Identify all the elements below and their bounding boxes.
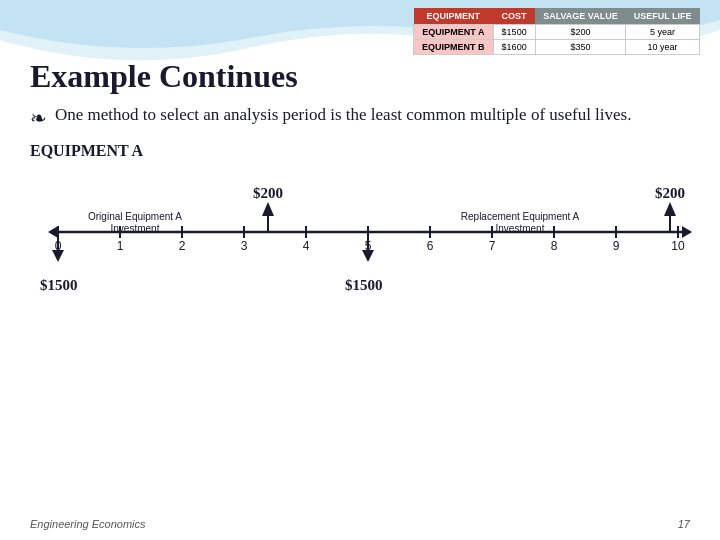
- tick-label-1: 1: [117, 239, 124, 253]
- cell-eq-a-name: EQUIPMENT A: [414, 25, 494, 40]
- amount-200-right-label: $200: [655, 185, 685, 201]
- footer-right: 17: [678, 518, 690, 530]
- table-row: EQUIPMENT B $1600 $350 10 year: [414, 40, 700, 55]
- original-investment-label-line1: Original Equipment A: [88, 211, 182, 222]
- footer: Engineering Economics 17: [0, 518, 720, 530]
- tick-label-10: 10: [671, 239, 685, 253]
- col-header-useful: USEFUL LIFE: [626, 8, 700, 25]
- bullet-text: One method to select an analysis period …: [55, 103, 631, 127]
- cell-eq-b-cost: $1600: [493, 40, 535, 55]
- original-investment-label-line2: Investment: [111, 223, 160, 234]
- amount-1500-right-label: $1500: [345, 277, 383, 293]
- timeline-svg: $200 $200 0 1 2 3: [30, 180, 710, 310]
- invest-arrow-year5: [362, 250, 374, 262]
- replacement-investment-label-line1: Replacement Equipment A: [461, 211, 580, 222]
- arrow-up-year10: [664, 202, 676, 216]
- cell-eq-b-name: EQUIPMENT B: [414, 40, 494, 55]
- bullet-symbol: ❧: [30, 104, 47, 132]
- col-header-salvage: SALVAGE VALUE: [535, 8, 626, 25]
- cell-eq-a-life: 5 year: [626, 25, 700, 40]
- equipment-a-label: EQUIPMENT A: [30, 142, 690, 160]
- cell-eq-b-salvage: $350: [535, 40, 626, 55]
- tick-label-6: 6: [427, 239, 434, 253]
- col-header-equipment: EQUIPMENT: [414, 8, 494, 25]
- bullet-section: ❧ One method to select an analysis perio…: [30, 103, 690, 132]
- cell-eq-b-life: 10 year: [626, 40, 700, 55]
- tick-label-2: 2: [179, 239, 186, 253]
- footer-left: Engineering Economics: [30, 518, 146, 530]
- arrow-right-end: [682, 226, 692, 238]
- cell-eq-a-salvage: $200: [535, 25, 626, 40]
- tick-label-7: 7: [489, 239, 496, 253]
- amount-1500-left-label: $1500: [40, 277, 78, 293]
- tick-label-3: 3: [241, 239, 248, 253]
- arrow-up-year5: [262, 202, 274, 216]
- tick-label-9: 9: [613, 239, 620, 253]
- col-header-cost: COST: [493, 8, 535, 25]
- timeline-container: $200 $200 0 1 2 3: [30, 180, 710, 314]
- tick-label-4: 4: [303, 239, 310, 253]
- table-row: EQUIPMENT A $1500 $200 5 year: [414, 25, 700, 40]
- amount-200-left-label: $200: [253, 185, 283, 201]
- invest-arrow-year0: [52, 250, 64, 262]
- page-title: Example Continues: [30, 58, 690, 95]
- tick-label-8: 8: [551, 239, 558, 253]
- cell-eq-a-cost: $1500: [493, 25, 535, 40]
- replacement-investment-label-line2: Investment: [496, 223, 545, 234]
- equipment-table: EQUIPMENT COST SALVAGE VALUE USEFUL LIFE…: [413, 8, 700, 55]
